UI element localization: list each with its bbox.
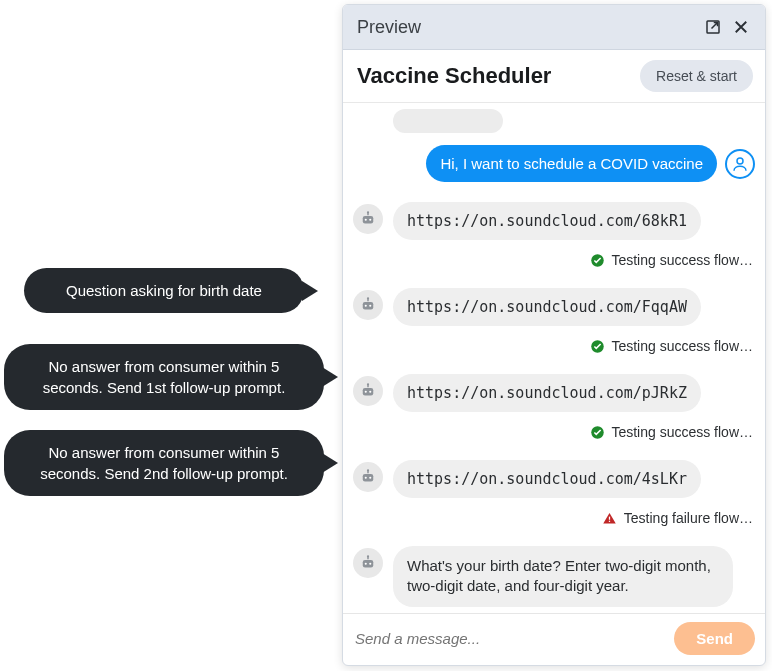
status-row: Testing success flow… bbox=[353, 424, 755, 440]
svg-point-6 bbox=[367, 211, 369, 213]
titlebar: Preview bbox=[343, 5, 765, 50]
bot-avatar bbox=[353, 376, 383, 406]
svg-point-12 bbox=[367, 297, 369, 299]
svg-point-10 bbox=[369, 305, 371, 307]
bot-message-row: What's your birth date? Enter two-digit … bbox=[353, 546, 755, 607]
warning-triangle-icon bbox=[602, 510, 618, 526]
scheduler-title: Vaccine Scheduler bbox=[357, 63, 640, 89]
svg-rect-26 bbox=[609, 520, 610, 521]
svg-point-15 bbox=[365, 391, 367, 393]
input-bar: Send bbox=[343, 613, 765, 665]
svg-point-4 bbox=[369, 219, 371, 221]
status-row: Testing success flow… bbox=[353, 338, 755, 354]
status-row: Testing success flow… bbox=[353, 252, 755, 268]
svg-rect-25 bbox=[609, 516, 610, 519]
robot-icon bbox=[359, 468, 377, 486]
status-text: Testing success flow… bbox=[611, 424, 753, 440]
panel-title: Preview bbox=[357, 17, 699, 38]
user-avatar bbox=[725, 149, 755, 179]
bot-avatar bbox=[353, 290, 383, 320]
popout-icon bbox=[704, 18, 722, 36]
bot-question-bubble: What's your birth date? Enter two-digit … bbox=[393, 546, 733, 607]
svg-rect-8 bbox=[363, 302, 374, 310]
svg-rect-14 bbox=[363, 388, 374, 396]
bot-message-row: https://on.soundcloud.com/pJRkZ bbox=[353, 374, 755, 412]
svg-point-18 bbox=[367, 383, 369, 385]
reset-start-button[interactable]: Reset & start bbox=[640, 60, 753, 92]
chat-body[interactable]: Hi, I want to schedule a COVID vaccine h… bbox=[343, 103, 765, 613]
send-button[interactable]: Send bbox=[674, 622, 755, 655]
user-message-row: Hi, I want to schedule a COVID vaccine bbox=[353, 145, 755, 182]
svg-rect-27 bbox=[363, 560, 374, 568]
subheader: Vaccine Scheduler Reset & start bbox=[343, 50, 765, 103]
svg-point-1 bbox=[737, 158, 743, 164]
annotation-layer: Question asking for birth date No answer… bbox=[0, 0, 340, 671]
svg-rect-2 bbox=[363, 216, 374, 224]
svg-point-24 bbox=[367, 469, 369, 471]
svg-point-28 bbox=[365, 563, 367, 565]
bot-message-row: https://on.soundcloud.com/4sLKr bbox=[353, 460, 755, 498]
robot-icon bbox=[359, 382, 377, 400]
robot-icon bbox=[359, 210, 377, 228]
svg-point-22 bbox=[369, 477, 371, 479]
bot-message-bubble: https://on.soundcloud.com/pJRkZ bbox=[393, 374, 701, 412]
bot-avatar bbox=[353, 204, 383, 234]
bot-message-bubble: https://on.soundcloud.com/FqqAW bbox=[393, 288, 701, 326]
annotation-bubble: No answer from consumer within 5 seconds… bbox=[4, 344, 324, 410]
svg-point-21 bbox=[365, 477, 367, 479]
status-text: Testing success flow… bbox=[611, 338, 753, 354]
bot-message-row: https://on.soundcloud.com/68kR1 bbox=[353, 202, 755, 240]
svg-point-29 bbox=[369, 563, 371, 565]
check-circle-icon bbox=[589, 424, 605, 440]
bot-message-bubble: https://on.soundcloud.com/4sLKr bbox=[393, 460, 701, 498]
bot-message-bubble: https://on.soundcloud.com/68kR1 bbox=[393, 202, 701, 240]
status-text: Testing failure flow… bbox=[624, 510, 753, 526]
check-circle-icon bbox=[589, 252, 605, 268]
status-text: Testing success flow… bbox=[611, 252, 753, 268]
svg-point-9 bbox=[365, 305, 367, 307]
status-row: Testing failure flow… bbox=[353, 510, 755, 526]
user-message-bubble: Hi, I want to schedule a COVID vaccine bbox=[426, 145, 717, 182]
bot-avatar bbox=[353, 548, 383, 578]
annotation-bubble: Question asking for birth date bbox=[24, 268, 304, 313]
preview-panel: Preview Vaccine Scheduler Reset & start … bbox=[342, 4, 766, 666]
message-input[interactable] bbox=[353, 624, 666, 653]
svg-point-16 bbox=[369, 391, 371, 393]
svg-point-3 bbox=[365, 219, 367, 221]
popout-button[interactable] bbox=[699, 13, 727, 41]
bot-message-row: https://on.soundcloud.com/FqqAW bbox=[353, 288, 755, 326]
prior-message-stub bbox=[393, 109, 503, 133]
check-circle-icon bbox=[589, 338, 605, 354]
svg-point-31 bbox=[367, 555, 369, 557]
user-icon bbox=[731, 155, 749, 173]
robot-icon bbox=[359, 554, 377, 572]
bot-avatar bbox=[353, 462, 383, 492]
robot-icon bbox=[359, 296, 377, 314]
svg-rect-20 bbox=[363, 474, 374, 482]
close-icon bbox=[732, 18, 750, 36]
close-button[interactable] bbox=[727, 13, 755, 41]
annotation-bubble: No answer from consumer within 5 seconds… bbox=[4, 430, 324, 496]
